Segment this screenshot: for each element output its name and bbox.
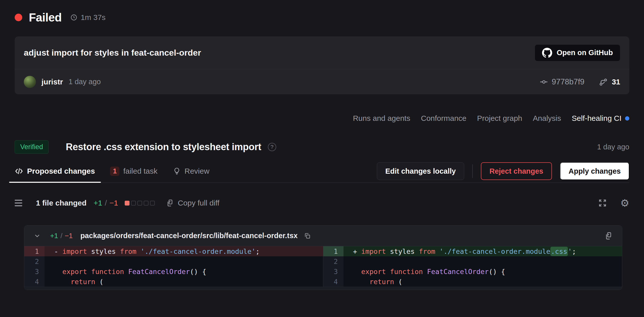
commit-meta-row: juristr 1 day ago 9778b7f9 31 — [15, 69, 629, 94]
notification-dot — [625, 116, 629, 121]
diffstat-square — [144, 201, 148, 206]
copy-file-diff-icon[interactable] — [604, 232, 613, 240]
code-line — [45, 256, 323, 266]
clipboard-icon — [166, 199, 174, 207]
nav-item-conformance[interactable]: Conformance — [421, 114, 466, 123]
diffstat-separator: / — [105, 199, 107, 207]
diff-body: 1- import styles from './feat-cancel-ord… — [24, 246, 622, 287]
action-buttons: Edit changes locally Reject changes Appl… — [377, 162, 629, 180]
file-additions: +1 — [50, 232, 58, 240]
diffstat: +1 / −1 — [94, 199, 155, 207]
line-number: 3 — [323, 266, 344, 277]
open-on-github-button[interactable]: Open on GitHub — [535, 44, 620, 61]
line-number: 2 — [24, 256, 45, 266]
help-icon[interactable]: ? — [268, 143, 276, 151]
nav-item-label: Conformance — [421, 114, 466, 123]
top-nav: Runs and agentsConformanceProject graphA… — [15, 112, 629, 125]
code-line: - import styles from './feat-cancel-orde… — [45, 246, 323, 256]
line-number: 1 — [24, 246, 45, 256]
commit-hash-group[interactable]: 9778b7f9 — [540, 77, 584, 86]
avatar — [24, 76, 36, 88]
diff-scrollbar-track[interactable] — [24, 287, 622, 290]
github-icon — [542, 48, 552, 58]
file-path: packages/orders/feat-cancel-order/src/li… — [80, 232, 298, 240]
diffstat-square — [131, 201, 136, 206]
commit-title-row: adjust import for styles in feat-cancel-… — [15, 36, 629, 69]
edit-changes-locally-button[interactable]: Edit changes locally — [377, 162, 464, 180]
commit-timestamp: 1 day ago — [69, 78, 101, 86]
copy-full-diff-button[interactable]: Copy full diff — [166, 199, 220, 207]
nav-item-label: Runs and agents — [353, 114, 410, 123]
fix-timestamp: 1 day ago — [597, 143, 629, 151]
tabs-row: Proposed changes 1 failed task Review Ed… — [15, 160, 629, 183]
commit-refs-group: 9778b7f9 31 — [540, 77, 620, 86]
fix-title: Restore .css extension to stylesheet imp… — [66, 142, 261, 152]
diffstat-square — [125, 201, 130, 206]
chevron-down-icon[interactable] — [33, 232, 41, 240]
expand-icon[interactable] — [598, 198, 607, 208]
diff-toolbar: 1 file changed +1 / −1 Copy full diff ⚙ — [15, 195, 629, 211]
reject-changes-button[interactable]: Reject changes — [481, 162, 552, 180]
line-number: 1 — [323, 246, 344, 256]
file-list-menu-icon[interactable] — [15, 200, 22, 206]
diff-line: 4 return ( — [323, 277, 622, 287]
clock-icon — [70, 14, 77, 21]
file-deletions: −1 — [65, 232, 73, 240]
fix-heading-left: Verified Restore .css extension to style… — [15, 140, 276, 154]
author-name: juristr — [41, 78, 63, 86]
commit-card: adjust import for styles in feat-cancel-… — [15, 36, 629, 94]
line-number: 4 — [24, 277, 45, 287]
pipeline-duration-label: 1m 37s — [81, 13, 105, 22]
nav-item-runs-and-agents[interactable]: Runs and agents — [353, 114, 410, 123]
verified-badge: Verified — [15, 140, 49, 154]
code-line: export function FeatCancelOrder() { — [45, 266, 323, 277]
diff-line: 4 return ( — [24, 277, 323, 287]
branch-count-group[interactable]: 31 — [599, 77, 620, 86]
tab-review[interactable]: Review — [173, 160, 209, 182]
code-icon — [15, 167, 23, 175]
tab-failed-task-label: failed task — [123, 167, 157, 175]
copy-full-diff-label: Copy full diff — [178, 199, 220, 207]
diff-line: 1+ import styles from './feat-cancel-ord… — [323, 246, 622, 256]
diffstat-square — [150, 201, 155, 206]
pipeline-status-row: Failed 1m 37s — [15, 10, 629, 25]
code-line: return ( — [45, 277, 323, 287]
additions-count: +1 — [94, 199, 102, 207]
code-line: export function FeatCancelOrder() { — [344, 266, 622, 277]
nav-item-label: Analysis — [533, 114, 561, 123]
nav-item-project-graph[interactable]: Project graph — [477, 114, 522, 123]
nav-item-self-healing-ci[interactable]: Self-healing CI — [572, 114, 629, 123]
tabs-group: Proposed changes 1 failed task Review — [15, 160, 225, 182]
line-number: 3 — [24, 266, 45, 277]
nav-item-analysis[interactable]: Analysis — [533, 114, 561, 123]
diff-panel: +1 / −1 packages/orders/feat-cancel-orde… — [24, 225, 622, 290]
status-failed-dot — [15, 14, 22, 21]
commit-author-group: juristr 1 day ago — [24, 76, 101, 88]
vertical-divider — [472, 164, 473, 178]
file-diffstat: +1 / −1 — [50, 232, 73, 240]
diff-file-header[interactable]: +1 / −1 packages/orders/feat-cancel-orde… — [24, 225, 622, 246]
file-diffstat-separator: / — [60, 232, 62, 240]
diffstat-square — [137, 201, 142, 206]
nav-item-label: Project graph — [477, 114, 522, 123]
diff-toolbar-right: ⚙ — [598, 198, 629, 208]
diff-toolbar-left: 1 file changed +1 / −1 Copy full diff — [15, 199, 219, 207]
diff-pane-left: 1- import styles from './feat-cancel-ord… — [24, 246, 323, 287]
open-on-github-label: Open on GitHub — [557, 49, 613, 57]
pipeline-status-label: Failed — [29, 11, 62, 24]
files-changed-label: 1 file changed — [36, 199, 87, 207]
git-fork-icon — [599, 77, 608, 86]
copy-path-icon[interactable] — [304, 232, 311, 239]
deletions-count: −1 — [110, 199, 118, 207]
diff-pane-right: 1+ import styles from './feat-cancel-ord… — [323, 246, 622, 287]
tab-proposed-changes[interactable]: Proposed changes — [15, 160, 95, 182]
commit-message: adjust import for styles in feat-cancel-… — [24, 48, 201, 58]
gear-icon[interactable]: ⚙ — [620, 198, 629, 208]
diff-line: 2 — [323, 256, 622, 266]
apply-changes-button[interactable]: Apply changes — [560, 162, 629, 180]
line-number: 4 — [323, 277, 344, 287]
fix-heading-row: Verified Restore .css extension to style… — [15, 138, 629, 156]
page: Failed 1m 37s adjust import for styles i… — [0, 0, 644, 290]
diff-line: 1- import styles from './feat-cancel-ord… — [24, 246, 323, 256]
tab-failed-task[interactable]: 1 failed task — [110, 160, 157, 182]
